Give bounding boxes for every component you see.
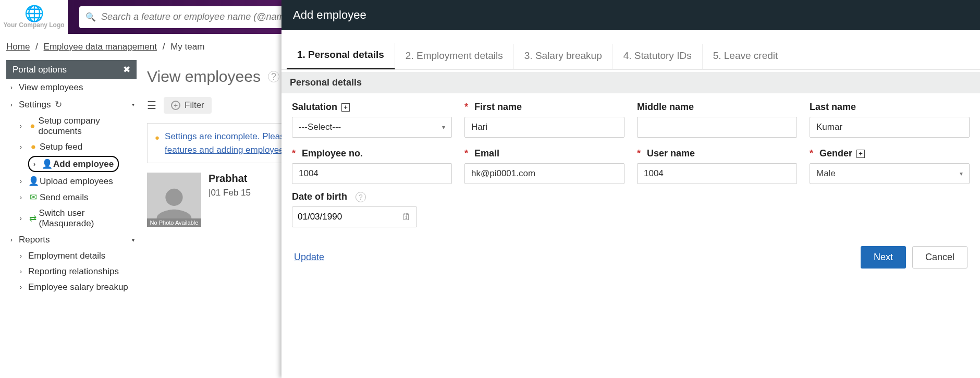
tab-leave-credit[interactable]: 5. Leave credit (703, 44, 789, 69)
add-icon[interactable]: + (341, 103, 350, 112)
sidebar-item-employment-details[interactable]: › Employment details (19, 248, 137, 264)
label-user-name: *User name (637, 148, 797, 159)
dob-field[interactable]: 🗓 (292, 206, 417, 227)
chevron-right-icon: › (19, 268, 23, 275)
calendar-icon[interactable]: 🗓 (402, 212, 411, 223)
chevron-right-icon: › (9, 236, 14, 243)
breadcrumb-current: My team (170, 42, 204, 52)
modal-title: Add employee (281, 0, 980, 30)
sidebar-item-switch-user[interactable]: › ⇄ Switch user (Masquerade) (19, 205, 137, 231)
sidebar-item-label: Add employee (53, 159, 114, 169)
sidebar-item-setup-company-documents[interactable]: › ● Setup company documents (19, 113, 137, 139)
globe-icon: 🌐 (24, 6, 44, 21)
sidebar-item-reports[interactable]: › Reports ▾ (6, 231, 137, 248)
chevron-right-icon: › (19, 194, 23, 201)
company-logo: 🌐 Your Company Logo (0, 0, 68, 34)
sidebar-item-label: Reporting relationships (28, 266, 119, 277)
salutation-select[interactable]: ---Select--- ▾ (292, 117, 452, 138)
adjust-icon[interactable]: ☰ (147, 99, 156, 112)
user-plus-icon: 👤 (42, 158, 52, 169)
sidebar-item-label: Upload employees (40, 176, 113, 187)
page-title: View employees (147, 68, 261, 86)
sidebar-item-setup-feed[interactable]: › ● Setup feed (19, 139, 137, 155)
chevron-right-icon: › (19, 284, 23, 291)
help-icon[interactable]: ? (356, 192, 366, 202)
breadcrumb: Home / Employee data management / My tea… (6, 42, 204, 52)
sidebar-item-label: Setup company documents (39, 116, 137, 137)
sidebar-item-label: Employee salary breakup (28, 282, 128, 292)
update-link[interactable]: Update (294, 252, 324, 263)
employee-photo: No Photo Available (147, 173, 201, 227)
add-icon[interactable]: + (856, 150, 865, 158)
sidebar-item-view-employees[interactable]: › View employees (6, 79, 137, 96)
modal-tabs: 1. Personal details 2. Employment detail… (281, 43, 980, 70)
sidebar-item-reporting-relationships[interactable]: › Reporting relationships (19, 264, 137, 279)
modal-footer: Update Next Cancel (281, 235, 980, 280)
tab-personal-details[interactable]: 1. Personal details (287, 43, 395, 69)
chevron-right-icon: › (19, 123, 22, 130)
no-photo-label: No Photo Available (147, 218, 201, 227)
chevron-right-icon: › (19, 252, 23, 260)
sidebar-item-add-employee[interactable]: › 👤 Add employee (28, 156, 119, 172)
sidebar-item-label: Send emails (40, 192, 89, 203)
label-last-name: Last name (810, 102, 970, 113)
section-title: Personal details (281, 72, 980, 93)
dob-input[interactable] (298, 212, 381, 222)
user-plus-icon: 👤 (28, 176, 39, 187)
sidebar-item-employee-salary-breakup[interactable]: › Employee salary breakup (19, 279, 137, 295)
sidebar-item-label: Settings (19, 100, 51, 110)
tab-employment-details[interactable]: 2. Employment details (395, 44, 514, 69)
portal-panel: Portal options ✖ › View employees › Sett… (6, 60, 137, 295)
sidebar-item-label: Setup feed (40, 142, 82, 152)
search-field[interactable]: 🔍 (79, 6, 290, 28)
plus-icon: + (171, 101, 180, 110)
portal-header: Portal options ✖ (6, 60, 137, 79)
chevron-down-icon: ▾ (442, 124, 445, 131)
cancel-button[interactable]: Cancel (912, 246, 967, 269)
chevron-down-icon: ▾ (132, 237, 134, 243)
chevron-right-icon: › (32, 161, 36, 168)
sidebar-item-label: Employment details (28, 251, 105, 261)
search-input[interactable] (101, 11, 284, 22)
warning-icon: ● (28, 142, 39, 152)
user-name-input[interactable] (637, 163, 797, 184)
sidebar-item-upload-employees[interactable]: › 👤 Upload employees (19, 173, 137, 189)
envelope-icon: ✉ (28, 192, 39, 203)
tab-salary-breakup[interactable]: 3. Salary breakup (514, 44, 613, 69)
tab-statutory-ids[interactable]: 4. Statutory IDs (613, 44, 703, 69)
label-first-name: *First name (464, 102, 624, 113)
chevron-right-icon: › (19, 215, 23, 222)
middle-name-input[interactable] (637, 117, 797, 138)
sidebar-item-send-emails[interactable]: › ✉ Send emails (19, 189, 137, 205)
sidebar-item-label: Reports (19, 235, 50, 245)
chevron-right-icon: › (19, 178, 23, 185)
warning-icon: ● (155, 132, 160, 156)
help-icon[interactable]: ? (268, 71, 279, 82)
refresh-icon: ↻ (55, 99, 62, 110)
label-gender: *Gender+ (810, 148, 970, 159)
last-name-input[interactable] (810, 117, 970, 138)
label-middle-name: Middle name (637, 102, 797, 113)
breadcrumb-edm[interactable]: Employee data management (44, 42, 157, 52)
warning-icon: ● (28, 121, 37, 131)
email-input[interactable] (464, 163, 624, 184)
filter-button[interactable]: + Filter (164, 97, 212, 114)
next-button[interactable]: Next (861, 246, 906, 269)
label-employee-no: *Employee no. (292, 148, 452, 159)
employee-no-input[interactable] (292, 163, 452, 184)
employee-joined: |01 Feb 15 (209, 188, 251, 198)
employee-name: Prabhat (209, 173, 251, 185)
shuffle-icon: ⇄ (28, 213, 38, 224)
first-name-input[interactable] (464, 117, 624, 138)
gender-select[interactable]: Male ▾ (810, 163, 970, 184)
sidebar-item-label: Switch user (Masquerade) (39, 208, 137, 229)
breadcrumb-home[interactable]: Home (6, 42, 30, 52)
logo-text: Your Company Logo (3, 21, 64, 29)
close-icon[interactable]: ✖ (123, 64, 130, 75)
sidebar-item-label: View employees (19, 82, 83, 93)
form-grid: Salutation + ---Select--- ▾ *First name … (281, 93, 980, 188)
chevron-right-icon: › (9, 101, 14, 108)
sidebar-item-settings[interactable]: › Settings ↻ ▾ (6, 96, 137, 113)
portal-title: Portal options (13, 65, 67, 75)
chevron-right-icon: › (9, 84, 14, 91)
